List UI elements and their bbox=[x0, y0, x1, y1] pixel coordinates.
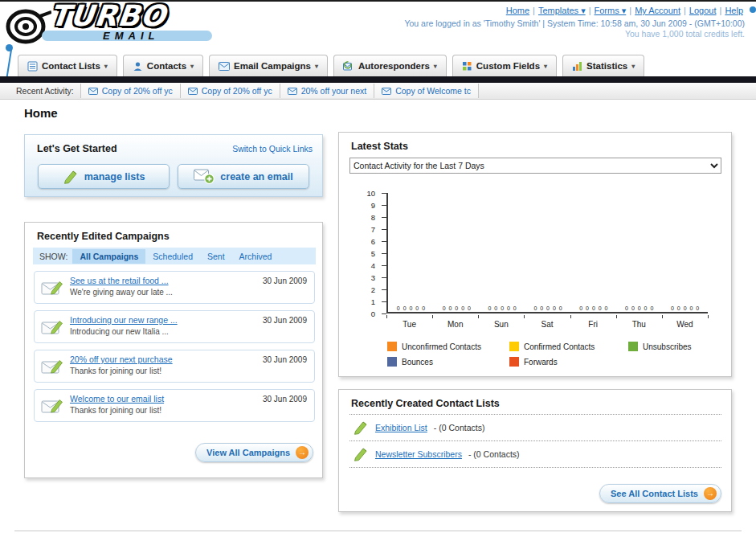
top-link-help[interactable]: Help bbox=[725, 6, 743, 15]
legend-item-confirmed-contacts: Confirmed Contacts bbox=[509, 342, 628, 351]
x-axis-label: Tue bbox=[386, 320, 432, 329]
y-axis-label: 4 bbox=[354, 261, 375, 270]
y-axis-label: 3 bbox=[354, 273, 375, 282]
nav-tab-autoresponders[interactable]: Autoresponders▾ bbox=[333, 55, 447, 76]
x-axis-label: Wed bbox=[662, 320, 708, 329]
mail-small-icon bbox=[382, 88, 391, 95]
campaign-date: 30 Jun 2009 bbox=[263, 355, 307, 364]
contact-list-item[interactable]: Newsletter Subscribers- (0 Contacts) bbox=[349, 440, 721, 467]
campaign-filter-tabs: All CampaignsScheduledSentArchived bbox=[72, 252, 279, 261]
top-link-logout[interactable]: Logout bbox=[689, 6, 717, 15]
x-axis-tick bbox=[386, 315, 387, 318]
campaign-title-link[interactable]: Welcome to our email list bbox=[70, 394, 164, 404]
x-axis-label: Sat bbox=[524, 320, 570, 329]
recent-activity-item[interactable]: 20% off your next bbox=[280, 84, 375, 98]
y-axis-tick bbox=[382, 301, 386, 302]
chart-legend: Unconfirmed ContactsConfirmed ContactsUn… bbox=[387, 342, 728, 367]
campaign-subtitle: Introducing our new Italia ... bbox=[70, 327, 169, 336]
campaign-list-item[interactable]: 20% off your next purchaseThanks for joi… bbox=[34, 350, 315, 383]
recent-activity-item[interactable]: Copy of 20% off yc bbox=[80, 84, 181, 98]
y-axis-label: 6 bbox=[354, 237, 375, 246]
nav-tab-label: Statistics bbox=[586, 61, 627, 71]
top-link-home[interactable]: Home bbox=[506, 6, 529, 15]
arrow-right-icon: → bbox=[296, 446, 309, 459]
switch-quick-links-link[interactable]: Switch to Quick Links bbox=[232, 144, 313, 154]
bar-value-labels: 0 0 0 0 0 bbox=[662, 305, 708, 311]
y-axis-tick bbox=[382, 193, 386, 194]
caret-down-icon: ▾ bbox=[631, 63, 635, 70]
pencil-icon bbox=[353, 420, 369, 435]
campaign-title-link[interactable]: Introducing our new range ... bbox=[70, 315, 178, 325]
mail-small-icon bbox=[288, 88, 297, 95]
campaign-list-item[interactable]: Introducing our new range ...Introducing… bbox=[34, 310, 315, 343]
manage-lists-button[interactable]: manage lists bbox=[38, 164, 170, 189]
see-all-contact-lists-button[interactable]: See All Contact Lists → bbox=[599, 484, 721, 503]
top-link-forms[interactable]: Forms ▾ bbox=[595, 6, 627, 15]
x-axis-label: Thu bbox=[616, 320, 662, 329]
campaign-filter-all-campaigns[interactable]: All Campaigns bbox=[72, 249, 145, 264]
campaign-list-item[interactable]: Welcome to our email listThanks for join… bbox=[34, 389, 315, 422]
contact-activity-chart: 0 0 0 0 00 0 0 0 00 0 0 0 00 0 0 0 00 0 … bbox=[349, 189, 721, 346]
logo[interactable]: TURBO EMAIL bbox=[5, 2, 238, 51]
legend-item-bounces: Bounces bbox=[387, 357, 509, 367]
y-axis-tick bbox=[382, 253, 386, 254]
contact-list-link[interactable]: Exhibition List bbox=[375, 423, 427, 432]
campaign-icon bbox=[41, 397, 63, 418]
nav-tab-label: Autoresponders bbox=[358, 61, 430, 71]
caret-down-icon: ▾ bbox=[544, 63, 547, 70]
logo-text-secondary: EMAIL bbox=[103, 30, 159, 42]
x-axis-tick bbox=[478, 315, 479, 318]
nav-tab-email-campaigns[interactable]: Email Campaigns▾ bbox=[209, 55, 328, 76]
header: TURBO EMAIL Home|Templates ▾|Forms ▾|My … bbox=[0, 2, 756, 53]
legend-label: Unconfirmed Contacts bbox=[402, 342, 481, 351]
contact-list-count: - (0 Contacts) bbox=[468, 449, 520, 459]
campaign-title-link[interactable]: See us at the retail food ... bbox=[70, 276, 169, 285]
campaign-filter-sent[interactable]: Sent bbox=[200, 249, 232, 264]
x-axis-tick bbox=[616, 315, 617, 318]
bar-value-labels: 0 0 0 0 0 bbox=[616, 305, 662, 311]
campaign-list-item[interactable]: See us at the retail food ...We're givin… bbox=[34, 271, 315, 304]
y-axis-tick bbox=[382, 289, 386, 290]
chart-plot-area: 0 0 0 0 00 0 0 0 00 0 0 0 00 0 0 0 00 0 … bbox=[386, 193, 708, 313]
top-link-templates[interactable]: Templates ▾ bbox=[538, 6, 586, 15]
y-axis-tick bbox=[382, 313, 386, 314]
y-axis-tick bbox=[382, 277, 386, 278]
recent-activity-item[interactable]: Copy of Welcome tc bbox=[374, 84, 479, 98]
create-email-icon bbox=[194, 169, 215, 184]
legend-label: Bounces bbox=[402, 358, 433, 367]
contact-list-item[interactable]: Exhibition List- (0 Contacts) bbox=[349, 414, 721, 440]
stats-period-select[interactable]: Contact Activity for the Last 7 Days bbox=[349, 158, 721, 174]
activity-item-label: Copy of Welcome tc bbox=[395, 86, 471, 96]
contact-list-link[interactable]: Newsletter Subscribers bbox=[375, 449, 462, 459]
campaign-filter-archived[interactable]: Archived bbox=[232, 249, 280, 264]
credits-info: You have 1,000 total credits left. bbox=[625, 29, 745, 39]
nav-tab-contact-lists[interactable]: Contact Lists▾ bbox=[18, 55, 117, 76]
y-axis-label: 10 bbox=[354, 189, 375, 198]
y-axis-tick bbox=[382, 265, 386, 266]
activity-item-label: Copy of 20% off yc bbox=[102, 86, 173, 96]
campaign-subtitle: Thanks for joining our list! bbox=[70, 406, 161, 415]
bar-value-labels-row: 0 0 0 0 00 0 0 0 00 0 0 0 00 0 0 0 00 0 … bbox=[388, 305, 708, 311]
logo-text-primary: TURBO bbox=[48, 0, 168, 32]
bar-value-labels: 0 0 0 0 0 bbox=[570, 305, 616, 311]
manage-lists-label: manage lists bbox=[84, 171, 145, 182]
bar-value-labels: 0 0 0 0 0 bbox=[480, 305, 525, 311]
recent-activity-item[interactable]: Copy of 20% off yc bbox=[180, 84, 280, 98]
y-axis-tick bbox=[382, 229, 386, 230]
latest-stats-panel: Latest Stats Contact Activity for the La… bbox=[338, 132, 732, 377]
x-axis-tick bbox=[432, 315, 433, 318]
nav-tab-contacts[interactable]: Contacts▾ bbox=[123, 55, 203, 76]
view-all-campaigns-button[interactable]: View All Campaigns → bbox=[195, 443, 313, 462]
top-link-my-account[interactable]: My Account bbox=[635, 6, 680, 15]
legend-label: Unsubscribes bbox=[643, 342, 692, 351]
create-email-button[interactable]: create an email bbox=[178, 164, 309, 189]
campaign-date: 30 Jun 2009 bbox=[263, 277, 307, 285]
nav-tab-statistics[interactable]: Statistics▾ bbox=[562, 55, 644, 76]
campaign-filter-scheduled[interactable]: Scheduled bbox=[145, 249, 200, 264]
x-axis-label: Mon bbox=[432, 320, 478, 329]
get-started-title: Let's Get Started bbox=[37, 143, 117, 154]
campaign-title-link[interactable]: 20% off your next purchase bbox=[70, 354, 173, 364]
nav-tab-custom-fields[interactable]: Custom Fields▾ bbox=[452, 55, 557, 76]
y-axis-label: 0 bbox=[354, 309, 375, 318]
y-axis-label: 2 bbox=[354, 285, 375, 294]
